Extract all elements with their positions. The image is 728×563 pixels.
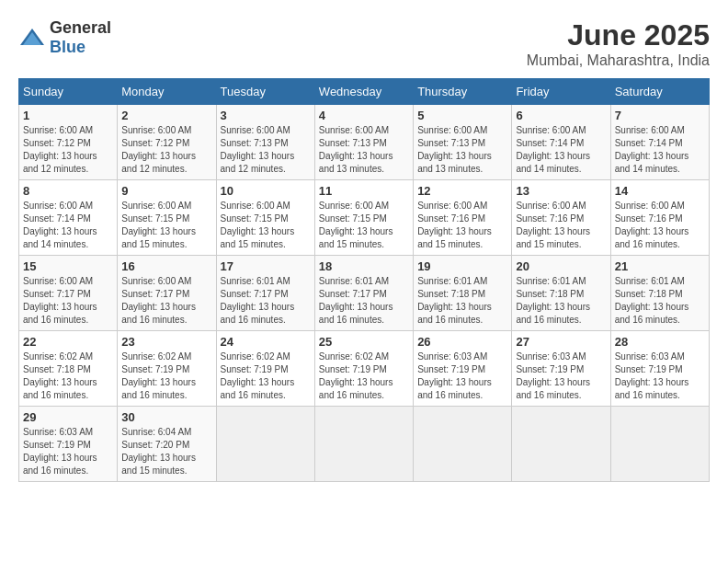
- logo: General Blue: [18, 18, 111, 57]
- day-info: Sunrise: 6:03 AM Sunset: 7:19 PM Dayligh…: [417, 350, 507, 402]
- table-row: 5Sunrise: 6:00 AM Sunset: 7:13 PM Daylig…: [414, 105, 512, 180]
- table-row: 19Sunrise: 6:01 AM Sunset: 7:18 PM Dayli…: [414, 256, 512, 331]
- day-number: 8: [23, 184, 113, 198]
- table-row: 10Sunrise: 6:00 AM Sunset: 7:15 PM Dayli…: [216, 180, 314, 256]
- table-row: 7Sunrise: 6:00 AM Sunset: 7:14 PM Daylig…: [610, 105, 709, 180]
- table-row: 6Sunrise: 6:00 AM Sunset: 7:14 PM Daylig…: [512, 105, 610, 180]
- calendar-week-4: 22Sunrise: 6:02 AM Sunset: 7:18 PM Dayli…: [19, 331, 710, 407]
- logo-general: General: [50, 18, 111, 37]
- table-row: [314, 407, 413, 482]
- day-info: Sunrise: 6:03 AM Sunset: 7:19 PM Dayligh…: [615, 350, 705, 402]
- day-info: Sunrise: 6:01 AM Sunset: 7:18 PM Dayligh…: [516, 275, 606, 327]
- day-info: Sunrise: 6:00 AM Sunset: 7:15 PM Dayligh…: [319, 200, 409, 251]
- table-row: 25Sunrise: 6:02 AM Sunset: 7:19 PM Dayli…: [314, 331, 413, 407]
- calendar-week-5: 29Sunrise: 6:03 AM Sunset: 7:19 PM Dayli…: [19, 407, 710, 482]
- day-info: Sunrise: 6:00 AM Sunset: 7:16 PM Dayligh…: [615, 200, 705, 251]
- day-number: 29: [23, 410, 113, 424]
- col-friday: Friday: [512, 79, 610, 105]
- day-number: 7: [615, 109, 705, 122]
- title-area: June 2025 Mumbai, Maharashtra, India: [527, 18, 710, 69]
- day-number: 25: [319, 335, 409, 349]
- day-info: Sunrise: 6:01 AM Sunset: 7:17 PM Dayligh…: [221, 275, 311, 327]
- day-number: 13: [516, 184, 606, 198]
- table-row: 9Sunrise: 6:00 AM Sunset: 7:15 PM Daylig…: [118, 180, 216, 256]
- day-number: 14: [615, 184, 705, 198]
- day-info: Sunrise: 6:00 AM Sunset: 7:12 PM Dayligh…: [121, 124, 211, 176]
- table-row: [216, 407, 314, 482]
- day-info: Sunrise: 6:02 AM Sunset: 7:19 PM Dayligh…: [121, 350, 211, 402]
- day-number: 23: [121, 335, 211, 349]
- day-info: Sunrise: 6:02 AM Sunset: 7:19 PM Dayligh…: [221, 350, 311, 402]
- calendar-week-1: 1Sunrise: 6:00 AM Sunset: 7:12 PM Daylig…: [19, 105, 710, 180]
- page-header: General Blue June 2025 Mumbai, Maharasht…: [18, 18, 710, 69]
- day-number: 24: [221, 335, 311, 349]
- day-info: Sunrise: 6:01 AM Sunset: 7:17 PM Dayligh…: [319, 275, 409, 327]
- day-info: Sunrise: 6:02 AM Sunset: 7:18 PM Dayligh…: [23, 350, 113, 402]
- table-row: 12Sunrise: 6:00 AM Sunset: 7:16 PM Dayli…: [414, 180, 512, 256]
- day-number: 11: [319, 184, 409, 198]
- table-row: 26Sunrise: 6:03 AM Sunset: 7:19 PM Dayli…: [414, 331, 512, 407]
- day-info: Sunrise: 6:00 AM Sunset: 7:14 PM Dayligh…: [23, 200, 113, 251]
- col-tuesday: Tuesday: [216, 79, 314, 105]
- day-info: Sunrise: 6:00 AM Sunset: 7:16 PM Dayligh…: [417, 200, 507, 251]
- day-info: Sunrise: 6:00 AM Sunset: 7:13 PM Dayligh…: [319, 124, 409, 176]
- day-info: Sunrise: 6:00 AM Sunset: 7:17 PM Dayligh…: [23, 275, 113, 327]
- day-info: Sunrise: 6:03 AM Sunset: 7:19 PM Dayligh…: [23, 426, 113, 477]
- day-number: 15: [23, 259, 113, 273]
- day-number: 4: [319, 109, 409, 122]
- table-row: 14Sunrise: 6:00 AM Sunset: 7:16 PM Dayli…: [610, 180, 709, 256]
- table-row: 21Sunrise: 6:01 AM Sunset: 7:18 PM Dayli…: [610, 256, 709, 331]
- calendar-table: Sunday Monday Tuesday Wednesday Thursday…: [18, 78, 710, 482]
- day-info: Sunrise: 6:00 AM Sunset: 7:13 PM Dayligh…: [221, 124, 311, 176]
- logo-blue: Blue: [50, 38, 85, 56]
- calendar-title: June 2025: [527, 18, 710, 52]
- table-row: 2Sunrise: 6:00 AM Sunset: 7:12 PM Daylig…: [118, 105, 216, 180]
- col-saturday: Saturday: [610, 79, 709, 105]
- table-row: 23Sunrise: 6:02 AM Sunset: 7:19 PM Dayli…: [118, 331, 216, 407]
- day-number: 5: [417, 109, 507, 122]
- table-row: 29Sunrise: 6:03 AM Sunset: 7:19 PM Dayli…: [19, 407, 118, 482]
- day-info: Sunrise: 6:00 AM Sunset: 7:15 PM Dayligh…: [221, 200, 311, 251]
- day-number: 9: [121, 184, 211, 198]
- table-row: 20Sunrise: 6:01 AM Sunset: 7:18 PM Dayli…: [512, 256, 610, 331]
- table-row: 1Sunrise: 6:00 AM Sunset: 7:12 PM Daylig…: [19, 105, 118, 180]
- day-number: 16: [121, 259, 211, 273]
- table-row: 8Sunrise: 6:00 AM Sunset: 7:14 PM Daylig…: [19, 180, 118, 256]
- day-number: 12: [417, 184, 507, 198]
- day-number: 30: [121, 410, 211, 424]
- day-number: 18: [319, 259, 409, 273]
- day-number: 21: [615, 259, 705, 273]
- day-info: Sunrise: 6:00 AM Sunset: 7:15 PM Dayligh…: [121, 200, 211, 251]
- logo-icon: [18, 27, 46, 49]
- col-thursday: Thursday: [414, 79, 512, 105]
- day-number: 1: [23, 109, 113, 122]
- day-number: 22: [23, 335, 113, 349]
- table-row: 24Sunrise: 6:02 AM Sunset: 7:19 PM Dayli…: [216, 331, 314, 407]
- day-number: 19: [417, 259, 507, 273]
- table-row: 3Sunrise: 6:00 AM Sunset: 7:13 PM Daylig…: [216, 105, 314, 180]
- table-row: 11Sunrise: 6:00 AM Sunset: 7:15 PM Dayli…: [314, 180, 413, 256]
- calendar-week-3: 15Sunrise: 6:00 AM Sunset: 7:17 PM Dayli…: [19, 256, 710, 331]
- table-row: 28Sunrise: 6:03 AM Sunset: 7:19 PM Dayli…: [610, 331, 709, 407]
- table-row: 13Sunrise: 6:00 AM Sunset: 7:16 PM Dayli…: [512, 180, 610, 256]
- table-row: 4Sunrise: 6:00 AM Sunset: 7:13 PM Daylig…: [314, 105, 413, 180]
- table-row: 22Sunrise: 6:02 AM Sunset: 7:18 PM Dayli…: [19, 331, 118, 407]
- day-number: 28: [615, 335, 705, 349]
- day-number: 27: [516, 335, 606, 349]
- table-row: 18Sunrise: 6:01 AM Sunset: 7:17 PM Dayli…: [314, 256, 413, 331]
- calendar-subtitle: Mumbai, Maharashtra, India: [527, 52, 710, 69]
- day-info: Sunrise: 6:00 AM Sunset: 7:14 PM Dayligh…: [516, 124, 606, 176]
- day-number: 20: [516, 259, 606, 273]
- day-number: 26: [417, 335, 507, 349]
- table-row: 16Sunrise: 6:00 AM Sunset: 7:17 PM Dayli…: [118, 256, 216, 331]
- day-info: Sunrise: 6:00 AM Sunset: 7:17 PM Dayligh…: [121, 275, 211, 327]
- day-info: Sunrise: 6:03 AM Sunset: 7:19 PM Dayligh…: [516, 350, 606, 402]
- day-number: 10: [221, 184, 311, 198]
- table-row: 27Sunrise: 6:03 AM Sunset: 7:19 PM Dayli…: [512, 331, 610, 407]
- day-info: Sunrise: 6:00 AM Sunset: 7:13 PM Dayligh…: [417, 124, 507, 176]
- table-row: [610, 407, 709, 482]
- day-info: Sunrise: 6:00 AM Sunset: 7:14 PM Dayligh…: [615, 124, 705, 176]
- day-number: 17: [221, 259, 311, 273]
- day-info: Sunrise: 6:00 AM Sunset: 7:12 PM Dayligh…: [23, 124, 113, 176]
- table-row: [414, 407, 512, 482]
